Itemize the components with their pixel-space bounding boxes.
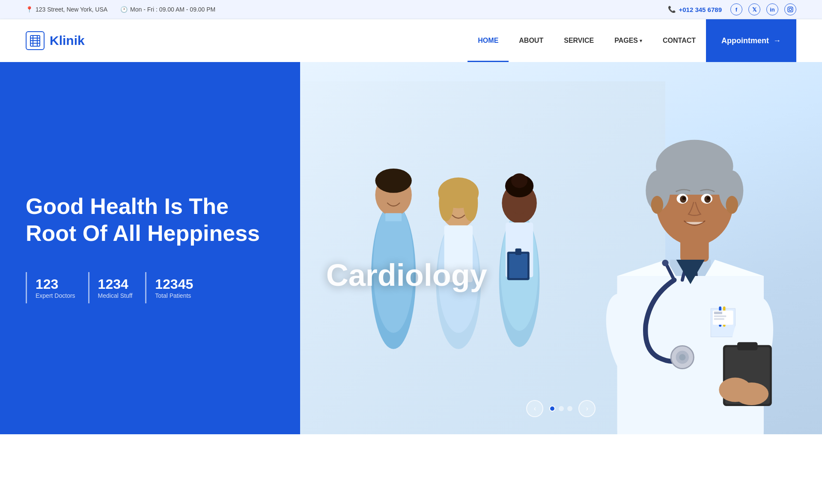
stat-staff-number: 1234	[98, 276, 133, 292]
facebook-icon[interactable]: f	[730, 3, 742, 15]
instagram-icon[interactable]	[784, 3, 796, 15]
stat-patients-label: Total Patients	[155, 292, 193, 299]
logo-icon	[26, 31, 45, 50]
svg-rect-45	[714, 315, 727, 317]
hours-text: Mon - Fri : 09.00 AM - 09.00 PM	[130, 6, 215, 13]
svg-point-71	[651, 196, 664, 213]
appointment-button[interactable]: Appointment →	[706, 19, 796, 62]
svg-rect-0	[788, 7, 793, 12]
main-doctor	[535, 81, 822, 435]
nav-home[interactable]: HOME	[468, 19, 509, 62]
main-nav: HOME ABOUT SERVICE PAGES ▾ CONTACT	[468, 19, 706, 62]
appointment-label: Appointment	[721, 36, 769, 45]
topbar-right: 📞 +012 345 6789 f 𝕏 in	[668, 3, 796, 15]
svg-rect-30	[509, 254, 527, 278]
svg-point-14	[375, 169, 411, 193]
svg-point-20	[439, 185, 453, 221]
logo-text: Klinik	[50, 33, 85, 48]
svg-rect-15	[385, 213, 402, 221]
slider-dot-1[interactable]	[549, 406, 555, 412]
stat-doctors-label: Expert Doctors	[36, 292, 75, 299]
header: Klinik HOME ABOUT SERVICE PAGES ▾ CONTAC…	[0, 19, 822, 62]
linkedin-icon[interactable]: in	[766, 3, 778, 15]
stat-staff-label: Medical Stuff	[98, 292, 133, 299]
slider-dot-3[interactable]	[567, 406, 572, 411]
svg-point-21	[463, 185, 478, 221]
phone-number: +012 345 6789	[679, 6, 722, 13]
nav-pages[interactable]: PAGES ▾	[604, 19, 652, 62]
arrow-right-icon: →	[773, 36, 781, 45]
svg-point-2	[792, 8, 792, 8]
clock-icon: 🕐	[120, 6, 128, 13]
phone-icon: 📞	[668, 6, 676, 13]
nav-about[interactable]: ABOUT	[509, 19, 554, 62]
svg-point-72	[726, 196, 739, 213]
phone-info: 📞 +012 345 6789	[668, 6, 722, 13]
nav-contact[interactable]: CONTACT	[652, 19, 706, 62]
svg-point-69	[682, 196, 686, 200]
address-info: 📍 123 Street, New York, USA	[26, 6, 107, 13]
svg-point-53	[735, 382, 769, 405]
address-text: 123 Street, New York, USA	[36, 6, 107, 13]
svg-rect-51	[737, 342, 758, 350]
slider-dot-2[interactable]	[559, 406, 564, 411]
svg-point-70	[707, 196, 710, 200]
hero-stats: 123 Expert Doctors 1234 Medical Stuff 12…	[26, 272, 274, 303]
twitter-icon[interactable]: 𝕏	[748, 3, 760, 15]
slider-controls: ‹ ›	[526, 400, 596, 417]
hero-image: Cardiology ‹ ›	[300, 62, 822, 434]
hero-section: Good Health Is The Root Of All Heppiness…	[0, 62, 822, 434]
topbar: 📍 123 Street, New York, USA 🕐 Mon - Fri …	[0, 0, 822, 19]
stat-doctors-number: 123	[36, 276, 75, 292]
topbar-left: 📍 123 Street, New York, USA 🕐 Mon - Fri …	[26, 6, 215, 13]
hero-headline: Good Health Is The Root Of All Heppiness	[26, 193, 274, 246]
pages-dropdown-arrow: ▾	[640, 38, 642, 44]
stat-patients: 12345 Total Patients	[145, 272, 206, 303]
svg-rect-44	[714, 311, 722, 314]
hours-info: 🕐 Mon - Fri : 09.00 AM - 09.00 PM	[120, 6, 215, 13]
svg-rect-46	[714, 318, 724, 320]
slider-prev[interactable]: ‹	[526, 400, 543, 417]
stat-doctors: 123 Expert Doctors	[26, 272, 88, 303]
hero-right-panel: Cardiology ‹ ›	[300, 62, 822, 434]
svg-point-57	[662, 260, 669, 266]
stat-patients-number: 12345	[155, 276, 193, 292]
specialty-text: Cardiology	[326, 258, 487, 293]
svg-rect-31	[515, 249, 521, 255]
slider-next[interactable]: ›	[578, 400, 596, 417]
svg-rect-64	[658, 178, 731, 195]
svg-point-27	[511, 173, 527, 188]
nav-service[interactable]: SERVICE	[554, 19, 604, 62]
logo[interactable]: Klinik	[26, 31, 85, 50]
svg-point-1	[789, 8, 792, 11]
location-icon: 📍	[26, 6, 33, 13]
stat-staff: 1234 Medical Stuff	[88, 272, 146, 303]
slider-dots	[549, 406, 572, 412]
svg-point-56	[679, 354, 686, 360]
hero-left-panel: Good Health Is The Root Of All Heppiness…	[0, 62, 300, 434]
social-icons: f 𝕏 in	[730, 3, 796, 15]
